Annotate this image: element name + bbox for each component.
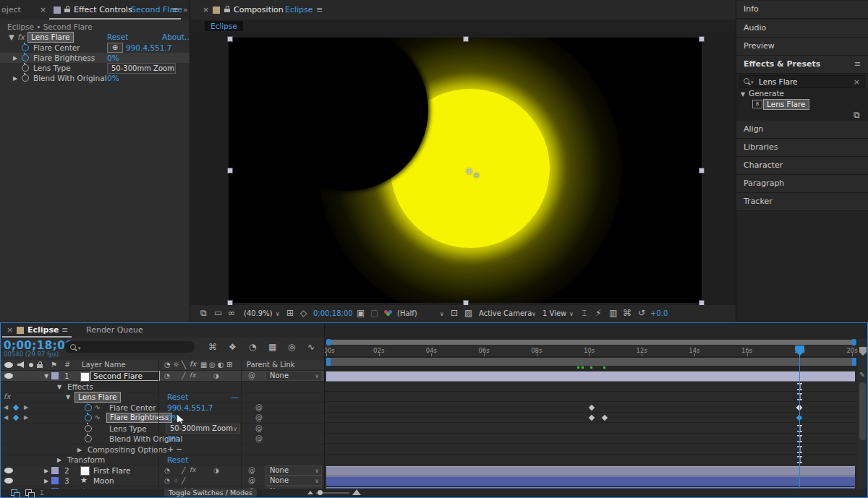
panel-header-libraries[interactable]: Libraries	[736, 139, 868, 157]
expression-pickwhip-icon[interactable]: @	[255, 424, 263, 432]
param-value[interactable]: 0%	[107, 53, 119, 62]
keyframe-at-time-icon[interactable]	[13, 415, 19, 421]
tab-effect-controls[interactable]: Effect Controls	[74, 5, 132, 14]
panel-header-effects-presets[interactable]: Effects & Presets ≡	[736, 56, 868, 74]
project-tab[interactable]: oject	[1, 5, 21, 14]
panel-menu-icon[interactable]: ≡	[316, 5, 323, 14]
quality-switch-icon[interactable]: ╱	[182, 372, 185, 379]
motion-blur-switch-icon[interactable]: ◑	[213, 467, 219, 474]
stopwatch-icon[interactable]	[22, 54, 29, 61]
fast-preview-icon[interactable]: ⚡	[595, 309, 601, 317]
chevron-down-icon[interactable]: ∨	[440, 311, 444, 318]
shy-switch-icon[interactable]: ◔	[164, 477, 170, 484]
twirl-right-icon[interactable]: ▶	[44, 478, 48, 484]
effects-list-item[interactable]: Lens Flare	[763, 99, 809, 110]
stopwatch-icon[interactable]	[85, 404, 92, 411]
view-layout-dropdown[interactable]: 1 View	[542, 309, 566, 317]
stopwatch-icon[interactable]	[22, 74, 29, 82]
prop-row-blend-with-original[interactable]: Blend With Original0%@	[1, 434, 324, 445]
chevron-down-icon[interactable]: ∨	[569, 311, 574, 318]
tab-overflow-icon[interactable]: »	[183, 5, 188, 14]
prop-row-flare-brightness[interactable]: ◀▶∿Flare Brightness0%@	[1, 413, 324, 424]
parent-pickwhip-icon[interactable]: @	[248, 372, 255, 379]
work-area-end-handle[interactable]	[852, 358, 856, 366]
keyframe-at-time-icon[interactable]	[13, 404, 19, 410]
twirl-down-icon[interactable]: ▼	[57, 384, 61, 390]
effects-search-input[interactable]: ▾ Lens Flare ×	[739, 75, 865, 88]
effect-reset-button[interactable]: Reset	[167, 392, 188, 401]
mask-visibility-icon[interactable]: ◇	[300, 309, 307, 317]
twirl-down-icon[interactable]: ▼	[66, 394, 70, 400]
layer-duration-bar-moon[interactable]	[326, 476, 855, 486]
new-preset-icon[interactable]: ⧉	[854, 111, 860, 119]
lock-icon[interactable]	[64, 9, 70, 12]
layer-name[interactable]: Moon	[93, 476, 114, 485]
work-area-bar[interactable]	[326, 358, 856, 366]
comp-button-icon[interactable]: ✎	[859, 371, 865, 379]
twirl-down-icon[interactable]: ▼	[9, 34, 14, 41]
panel-header-audio[interactable]: Audio	[736, 20, 868, 38]
panel-header-preview[interactable]: Preview	[736, 38, 868, 56]
comp-frame[interactable]: ⊕ ⊕	[229, 38, 702, 303]
show-snapshot-icon[interactable]: ▢	[370, 309, 378, 317]
label-color-swatch[interactable]	[51, 467, 59, 474]
clear-search-icon[interactable]: ×	[854, 77, 860, 87]
effect-about-button[interactable]: About..	[162, 33, 190, 41]
effects-group-row[interactable]: ▼Effects	[1, 382, 324, 392]
visibility-eye-icon[interactable]	[4, 478, 13, 484]
timeline-graph-area[interactable]: 0:00s02s04s06s08s10s12s14s16s18s20s✎	[325, 323, 867, 497]
zoom-in-icon[interactable]	[352, 489, 361, 495]
add-compositing-icon[interactable]: +	[167, 445, 174, 454]
transparency-grid-icon[interactable]: ▨	[464, 309, 472, 317]
stopwatch-icon[interactable]	[22, 44, 29, 51]
transform-reset-button[interactable]: Reset	[167, 455, 188, 464]
parent-dropdown[interactable]: None∨	[265, 371, 322, 381]
timeline-zoom-knob[interactable]	[318, 490, 323, 495]
layer-name[interactable]: First Flare	[93, 466, 130, 475]
property-value[interactable]: 990.4,551.7	[167, 403, 213, 412]
effect-name[interactable]: Lens Flare	[75, 392, 121, 403]
pixel-aspect-icon[interactable]: ⌶	[582, 309, 587, 317]
exposure-value[interactable]: +0.0	[650, 309, 668, 317]
comp-viewer[interactable]: ⊕ ⊕	[190, 33, 736, 305]
remove-compositing-icon[interactable]: −	[176, 445, 182, 454]
twirl-down-icon[interactable]: ▼	[741, 91, 745, 98]
motion-blur-switch-icon[interactable]: ◑	[213, 372, 219, 379]
param-label[interactable]: Flare Center	[33, 43, 80, 52]
roi-icon[interactable]: ⊡	[451, 309, 458, 317]
panel-header-paragraph[interactable]: Paragraph	[736, 175, 868, 193]
expression-pickwhip-icon[interactable]: @	[255, 434, 263, 442]
panel-header-info[interactable]: Info	[736, 1, 868, 19]
layer-switches-pane-icon[interactable]	[11, 489, 17, 496]
prev-keyframe-icon[interactable]: ◀	[4, 414, 8, 421]
panel-header-align[interactable]: Align	[736, 121, 868, 139]
layer-handle[interactable]	[699, 36, 705, 42]
lock-icon[interactable]	[224, 9, 230, 12]
layer-handle[interactable]	[227, 168, 233, 173]
expander-icon[interactable]: ▶	[13, 55, 17, 62]
label-color-swatch[interactable]	[51, 477, 59, 484]
effects-group-label[interactable]: Effects	[67, 382, 93, 391]
expression-pickwhip-icon[interactable]: @	[255, 413, 263, 421]
property-name[interactable]: Flare Center	[109, 403, 156, 412]
effect-enable-dash[interactable]: —	[231, 392, 239, 401]
parent-dropdown[interactable]: None∨	[265, 476, 322, 486]
parent-pickwhip-icon[interactable]: @	[248, 476, 255, 484]
visibility-eye-icon[interactable]	[4, 373, 13, 379]
prop-row-lens-type[interactable]: Lens Type50-300mm Zoom∨@	[1, 424, 324, 434]
property-value[interactable]: 0%	[167, 434, 179, 443]
effect-name[interactable]: Lens Flare	[27, 32, 74, 43]
property-name[interactable]: Flare Brightness	[106, 413, 172, 423]
effect-point-button[interactable]: ⊕	[107, 43, 123, 53]
lens-type-dropdown[interactable]: 50-300mm Zoom∨	[166, 424, 240, 434]
time-navigator[interactable]	[326, 340, 856, 345]
visibility-eye-icon[interactable]	[4, 468, 13, 473]
layer-name[interactable]: Second Flare	[90, 371, 160, 381]
playhead-line[interactable]	[799, 355, 800, 489]
label-color-swatch[interactable]	[51, 372, 59, 379]
transform-group-row[interactable]: ▶TransformReset	[1, 455, 324, 465]
quality-switch-icon[interactable]: ╱	[182, 477, 185, 484]
vertical-scrollbar[interactable]	[859, 382, 866, 440]
magnification-dropdown[interactable]: (40.9%)	[244, 309, 273, 317]
param-label[interactable]: Lens Type	[33, 64, 71, 72]
